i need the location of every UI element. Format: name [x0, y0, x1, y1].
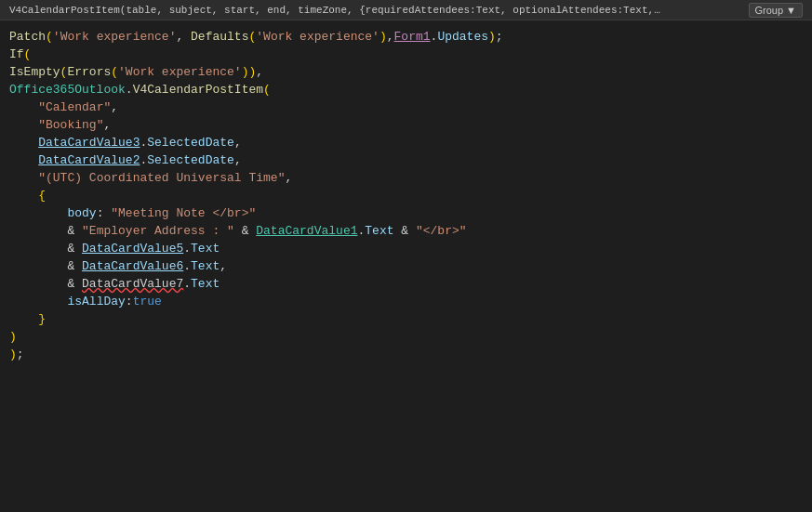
code-line-7: DataCardValue3.SelectedDate,: [0, 134, 812, 151]
code-line-2: If(: [0, 46, 812, 63]
token-form1: Form1: [394, 28, 431, 46]
title-bar: V4CalendarPostItem(table, subject, start…: [0, 0, 812, 20]
code-line-9: "(UTC) Coordinated Universal Time",: [0, 169, 812, 187]
formula-bar-text: V4CalendarPostItem(table, subject, start…: [9, 5, 660, 16]
token-datacardvalue5: DataCardValue5: [82, 240, 183, 257]
code-line-15: & DataCardValue7.Text: [0, 275, 812, 293]
title-bar-right: Group ▼: [749, 3, 803, 18]
token-datacardvalue1: DataCardValue1: [256, 222, 357, 240]
code-line-10: {: [0, 187, 812, 204]
code-editor[interactable]: Patch('Work experience', Defaults('Work …: [0, 20, 812, 512]
group-label: Group: [755, 5, 784, 16]
code-line-13: & DataCardValue5.Text: [0, 240, 812, 257]
code-line-17: }: [0, 310, 812, 328]
code-line-6: "Booking",: [0, 116, 812, 134]
code-line-12: & "Employer Address : " & DataCardValue1…: [0, 222, 812, 240]
token-patch: Patch: [9, 28, 46, 46]
group-dropdown[interactable]: Group ▼: [749, 3, 803, 18]
code-line-5: "Calendar",: [0, 98, 812, 116]
code-line-11: body: "Meeting Note </br>": [0, 204, 812, 222]
code-line-1: Patch('Work experience', Defaults('Work …: [0, 28, 812, 46]
token-datacardvalue3: DataCardValue3: [38, 134, 140, 151]
token-datacardvalue7: DataCardValue7: [82, 275, 183, 293]
code-line-4: Office365Outlook.V4CalendarPostItem(: [0, 81, 812, 98]
code-line-3: IsEmpty(Errors('Work experience')),: [0, 63, 812, 81]
chevron-down-icon: ▼: [786, 5, 796, 16]
title-bar-left: V4CalendarPostItem(table, subject, start…: [9, 5, 660, 16]
code-line-14: & DataCardValue6.Text,: [0, 257, 812, 275]
code-line-18: ): [0, 328, 812, 346]
code-line-8: DataCardValue2.SelectedDate,: [0, 151, 812, 169]
token-datacardvalue2: DataCardValue2: [38, 151, 140, 169]
code-line-19: );: [0, 346, 812, 363]
code-line-16: isAllDay:true: [0, 293, 812, 310]
token-datacardvalue6: DataCardValue6: [82, 257, 183, 275]
